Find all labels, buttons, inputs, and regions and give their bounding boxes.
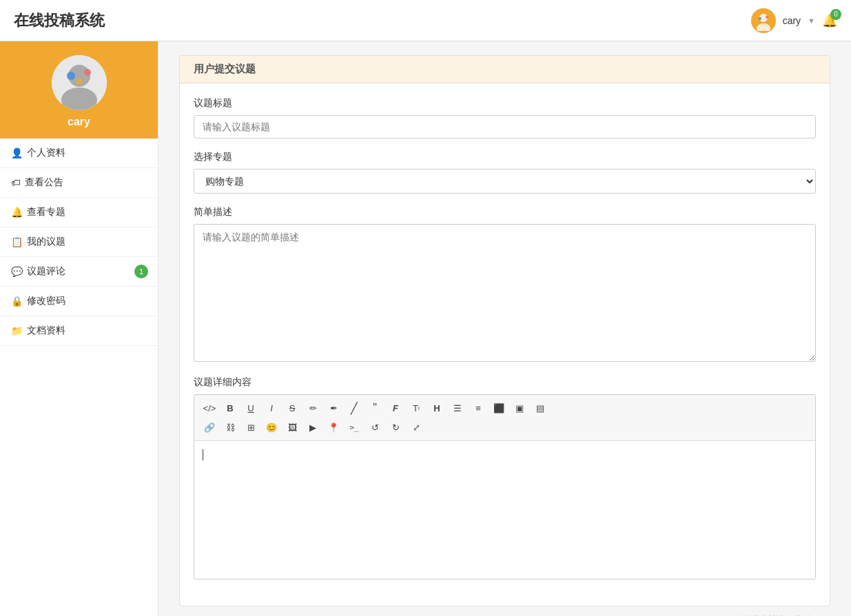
toolbar-video-btn[interactable]: ▶: [303, 418, 322, 436]
svg-point-8: [67, 72, 75, 80]
editor-cursor: [203, 449, 203, 460]
notification-bell[interactable]: 🔔 0: [822, 13, 837, 28]
announcements-icon: 🏷: [11, 177, 21, 188]
toolbar-italic-btn[interactable]: I: [262, 399, 281, 417]
main-content: 用户提交议题 议题标题 选择专题 购物专题技术专题生活专题 简单描述: [158, 41, 851, 616]
documents-icon: 📁: [11, 325, 23, 336]
toolbar-align-left-btn[interactable]: ⬛: [489, 399, 509, 417]
comments-icon: 💬: [11, 266, 23, 277]
toolbar-location-btn[interactable]: 📍: [324, 418, 343, 436]
desc-group: 简单描述: [194, 206, 816, 364]
content-label: 议题详细内容: [194, 376, 816, 389]
toolbar-highlight-btn[interactable]: ✏: [303, 399, 322, 417]
svg-point-4: [766, 16, 768, 19]
editor-content-area[interactable]: [194, 441, 815, 579]
sidebar-label-topics: 查看专题: [27, 206, 65, 218]
watermark-line1: 更多设计请关注（毕设云）: [179, 613, 830, 616]
notification-badge: 0: [830, 9, 841, 20]
my-issues-icon: 📋: [11, 236, 23, 247]
submit-issue-card: 用户提交议题 议题标题 选择专题 购物专题技术专题生活专题 简单描述: [179, 55, 830, 606]
sidebar-item-profile[interactable]: 👤 个人资料: [0, 138, 158, 168]
profile-icon: 👤: [11, 147, 23, 158]
username-header[interactable]: cary: [783, 15, 801, 26]
sidebar-label-comments: 议题评论: [27, 265, 65, 278]
toolbar-link-btn[interactable]: 🔗: [200, 418, 219, 436]
topic-select[interactable]: 购物专题技术专题生活专题: [194, 169, 816, 194]
toolbar-underline-btn[interactable]: U: [241, 399, 260, 417]
toolbar-list-ol-btn[interactable]: ≡: [469, 399, 488, 417]
sidebar-label-my-issues: 我的议题: [27, 236, 65, 248]
svg-point-3: [759, 17, 761, 20]
topic-group: 选择专题 购物专题技术专题生活专题: [194, 151, 816, 194]
sidebar-item-topics[interactable]: 🔔 查看专题: [0, 198, 158, 227]
toolbar-list-ul-btn[interactable]: ☰: [448, 399, 467, 417]
svg-point-10: [76, 79, 82, 84]
sidebar-menu: 👤 个人资料 🏷 查看公告 🔔 查看专题 📋 我的议题: [0, 138, 158, 346]
sidebar-item-my-issues[interactable]: 📋 我的议题: [0, 227, 158, 257]
card-header: 用户提交议题: [180, 56, 830, 83]
sidebar-label-profile: 个人资料: [27, 147, 65, 159]
user-avatar[interactable]: [751, 8, 776, 33]
toolbar-heading-btn[interactable]: H: [427, 399, 447, 417]
svg-point-9: [84, 69, 91, 76]
toolbar-emoji-btn[interactable]: 😊: [262, 418, 281, 436]
topics-icon: 🔔: [11, 207, 23, 218]
title-group: 议题标题: [194, 97, 816, 138]
dropdown-arrow[interactable]: ▼: [808, 17, 815, 25]
toolbar-redo-btn[interactable]: ↻: [386, 418, 405, 436]
sidebar-label-documents: 文档资料: [27, 325, 65, 337]
toolbar-quote-btn[interactable]: ": [365, 399, 385, 417]
sidebar-item-comments[interactable]: 💬 议题评论 1: [0, 257, 158, 287]
rich-text-editor: </> B U I S ✏ ✒ ╱ " F TI: [194, 394, 816, 579]
toolbar-pen-btn[interactable]: ✒: [324, 399, 343, 417]
card-body: 议题标题 选择专题 购物专题技术专题生活专题 简单描述 议题详细内容: [180, 83, 830, 606]
toolbar-unlink-btn[interactable]: ⛓: [221, 418, 240, 436]
topic-label: 选择专题: [194, 151, 816, 163]
toolbar-line-btn[interactable]: ╱: [345, 399, 364, 417]
comments-badge: 1: [134, 265, 148, 278]
header: 在线投稿系统 cary ▼ 🔔 0: [0, 0, 851, 41]
sidebar: cary 👤 个人资料 🏷 查看公告 🔔 查看专题: [0, 41, 158, 616]
toolbar-fullscreen-btn[interactable]: ⤢: [407, 418, 426, 436]
title-label: 议题标题: [194, 97, 816, 110]
sidebar-avatar: [52, 55, 107, 110]
sidebar-item-announcements[interactable]: 🏷 查看公告: [0, 168, 158, 198]
toolbar-table-btn[interactable]: ⊞: [241, 418, 260, 436]
toolbar-row-1: </> B U I S ✏ ✒ ╱ " F TI: [200, 399, 810, 417]
sidebar-profile: cary: [0, 41, 158, 138]
password-icon: 🔒: [11, 296, 23, 307]
toolbar-image-btn[interactable]: 🖼: [283, 418, 302, 436]
toolbar-code-btn[interactable]: </>: [200, 399, 219, 417]
toolbar-terminal-btn[interactable]: >_: [345, 418, 364, 436]
toolbar-bold-btn[interactable]: B: [221, 399, 240, 417]
app-title: 在线投稿系统: [14, 10, 105, 31]
toolbar-font-btn[interactable]: F: [386, 399, 405, 417]
toolbar-align-right-btn[interactable]: ▤: [531, 399, 550, 417]
toolbar-row-2: 🔗 ⛓ ⊞ 😊 🖼 ▶ 📍 >_ ↺ ↻ ⤢: [200, 418, 810, 436]
sidebar-username: cary: [68, 116, 90, 128]
header-right: cary ▼ 🔔 0: [751, 8, 837, 33]
sidebar-label-announcements: 查看公告: [25, 176, 63, 189]
sidebar-item-documents[interactable]: 📁 文档资料: [0, 316, 158, 346]
watermark: 更多设计请关注（毕设云） bisheyun.com: [179, 606, 830, 616]
content-group: 议题详细内容 </> B U I S ✏ ✒: [194, 376, 816, 579]
title-input[interactable]: [194, 115, 816, 138]
layout: cary 👤 个人资料 🏷 查看公告 🔔 查看专题: [0, 41, 851, 616]
toolbar-strikethrough-btn[interactable]: S: [283, 399, 302, 417]
toolbar-undo-btn[interactable]: ↺: [365, 418, 385, 436]
sidebar-item-password[interactable]: 🔒 修改密码: [0, 287, 158, 316]
editor-toolbar: </> B U I S ✏ ✒ ╱ " F TI: [194, 395, 815, 441]
toolbar-align-center-btn[interactable]: ▣: [510, 399, 529, 417]
desc-label: 简单描述: [194, 206, 816, 218]
toolbar-text-btn[interactable]: TI: [407, 399, 426, 417]
desc-textarea[interactable]: [194, 224, 816, 362]
sidebar-label-password: 修改密码: [27, 295, 65, 307]
